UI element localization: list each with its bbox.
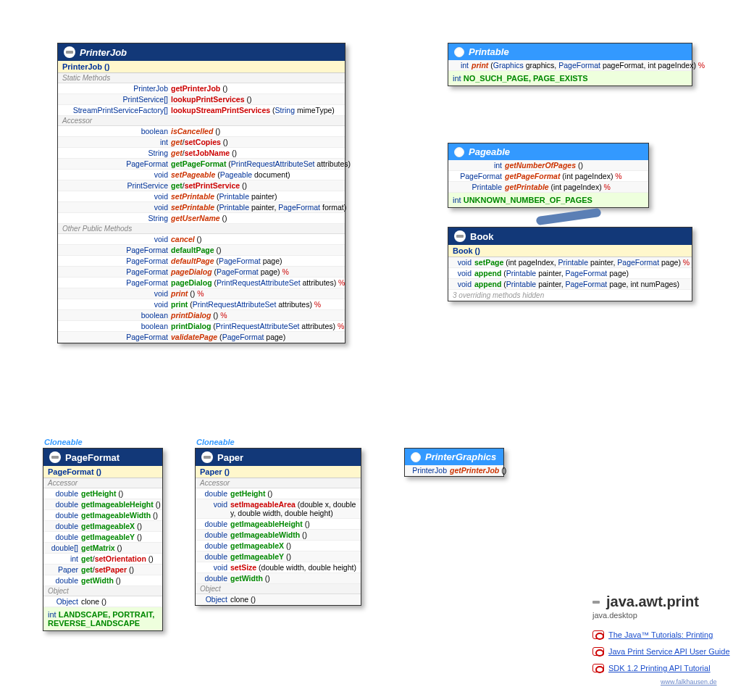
- method-row: intget/setCopies (): [58, 137, 345, 148]
- signature: getMatrix (): [81, 543, 122, 552]
- section-label: Accessor: [196, 478, 361, 488]
- hidden-note: 3 overriding methods hidden: [448, 290, 692, 301]
- return-type: void: [200, 500, 230, 517]
- method-row: booleanisCancelled (): [58, 126, 345, 137]
- credit-link[interactable]: www.falkhausen.de: [661, 678, 717, 686]
- signature: getUserName (): [171, 214, 227, 222]
- return-type: int: [453, 61, 472, 70]
- signature: getNumberOfPages (): [505, 161, 583, 170]
- signature: append (Printable painter, PageFormat pa…: [474, 269, 629, 278]
- method-row: PrintablegetPrintable (int pageIndex) %: [448, 182, 648, 193]
- interface-title: PrinterGraphics: [425, 451, 496, 462]
- method-row: doublegetImageableHeight (): [196, 519, 361, 530]
- link-print-service-guide[interactable]: Java Print Service API User Guide: [592, 647, 730, 656]
- sections: Static MethodsPrinterJobgetPrinterJob ()…: [58, 73, 345, 343]
- link-sdk-printing-tutorial[interactable]: SDK 1.2 Printing API Tutorial: [592, 664, 711, 672]
- link[interactable]: The Java™ Tutorials: Printing: [608, 630, 713, 639]
- signature: setPrintable (Printable painter, PageFor…: [171, 203, 346, 212]
- method-row: booleanprintDialog () %: [58, 310, 345, 321]
- signature: getPrinterJob (): [450, 466, 506, 475]
- signature: get/setCopies (): [171, 138, 228, 146]
- return-type: double: [48, 576, 81, 585]
- signature: append (Printable painter, PageFormat pa…: [474, 280, 679, 288]
- link-tutorial-printing[interactable]: The Java™ Tutorials: Printing: [592, 630, 713, 639]
- package-icon: [590, 596, 602, 608]
- rows: PrinterJobgetPrinterJob (): [405, 465, 503, 476]
- return-type: double: [200, 520, 230, 528]
- method-row: voidsetSize (double width, double height…: [196, 562, 361, 573]
- interface-printable: Printable intprint (Graphics graphics, P…: [448, 43, 692, 86]
- return-type: PrinterJob: [62, 84, 171, 93]
- return-type: PrintService: [62, 181, 171, 190]
- return-type: Paper: [48, 565, 81, 574]
- section-label: Accessor: [43, 478, 162, 488]
- interface-pageable: Pageable intgetNumberOfPages ()PageForma…: [448, 143, 649, 208]
- return-type: PageFormat: [62, 333, 171, 341]
- method-row: Objectclone (): [196, 594, 361, 605]
- link[interactable]: SDK 1.2 Printing API Tutorial: [608, 664, 711, 672]
- package-subtitle: java.desktop: [592, 611, 637, 620]
- return-type: Printable: [453, 183, 505, 191]
- return-type: PrintService[]: [62, 95, 171, 104]
- method-row: PrintServiceget/setPrintService (): [58, 180, 345, 191]
- method-row: StringgetUserName (): [58, 213, 345, 224]
- signature: isCancelled (): [171, 127, 220, 136]
- constructor: Paper (): [196, 466, 361, 478]
- signature: getWidth (): [230, 574, 270, 583]
- method-row: voidcancel (): [58, 234, 345, 245]
- return-type: PageFormat: [62, 278, 171, 287]
- return-type: double: [200, 552, 230, 561]
- signature: getPrinterJob (): [171, 84, 227, 93]
- link[interactable]: Java Print Service API User Guide: [608, 647, 730, 656]
- method-row: intgetNumberOfPages (): [448, 160, 648, 171]
- method-row: voidsetPrintable (Printable painter): [58, 191, 345, 202]
- constants: int NO_SUCH_PAGE, PAGE_EXISTS: [448, 71, 692, 86]
- interface-icon: [454, 47, 464, 57]
- return-type: double: [48, 489, 81, 498]
- method-row: doublegetImageableX (): [43, 521, 162, 532]
- return-type: void: [62, 170, 171, 179]
- return-type: void: [200, 563, 230, 572]
- signature: validatePage (PageFormat page): [171, 333, 285, 341]
- return-type: PageFormat: [62, 257, 171, 265]
- class-book: Book Book () voidsetPage (int pageIndex,…: [448, 227, 692, 301]
- method-row: voidappend (Printable painter, PageForma…: [448, 268, 692, 279]
- return-type: boolean: [62, 127, 171, 136]
- class-icon: [64, 46, 75, 58]
- return-type: PrinterJob: [409, 466, 450, 475]
- method-row: voidprint (PrintRequestAttributeSet attr…: [58, 299, 345, 310]
- return-type: int: [453, 161, 505, 170]
- return-type: Object: [200, 595, 230, 604]
- stereotype-label: Cloneable: [44, 438, 83, 446]
- return-type: double: [200, 489, 230, 498]
- signature: printDialog () %: [171, 311, 227, 320]
- interface-header: Printable: [448, 43, 692, 60]
- signature: printDialog (PrintRequestAttributeSet at…: [171, 322, 344, 330]
- method-row: PrintService[]lookupPrintServices (): [58, 94, 345, 105]
- method-row: doublegetHeight (): [196, 488, 361, 499]
- method-row: doublegetImageableWidth (): [196, 530, 361, 541]
- return-type: void: [453, 280, 474, 288]
- signature: getPrintable (int pageIndex) %: [505, 183, 611, 191]
- interface-icon: [454, 147, 464, 157]
- signature: print () %: [171, 289, 204, 298]
- return-type: void: [62, 300, 171, 309]
- return-type: String: [62, 149, 171, 157]
- signature: getHeight (): [81, 489, 123, 498]
- section-label: Object: [196, 584, 361, 594]
- return-type: void: [62, 235, 171, 243]
- method-row: PageFormatdefaultPage (PageFormat page): [58, 256, 345, 267]
- method-row: doublegetImageableY (): [196, 551, 361, 562]
- interface-header: Pageable: [448, 143, 648, 160]
- signature: get/setJobName (): [171, 149, 237, 157]
- class-header: PrinterJob: [58, 43, 345, 61]
- constructor: PrinterJob (): [58, 61, 345, 73]
- signature: getImageableX (): [230, 541, 291, 550]
- method-row: voidprint () %: [58, 288, 345, 299]
- class-header: Paper: [196, 449, 361, 466]
- signature: getPageFormat (PrintRequestAttributeSet …: [171, 159, 351, 168]
- method-row: voidsetImageableArea (double x, double y…: [196, 499, 361, 519]
- class-pageformat: PageFormat PageFormat () Accessordoubleg…: [43, 448, 163, 631]
- signature: getImageableHeight (): [230, 520, 310, 528]
- signature: getImageableY (): [230, 552, 291, 561]
